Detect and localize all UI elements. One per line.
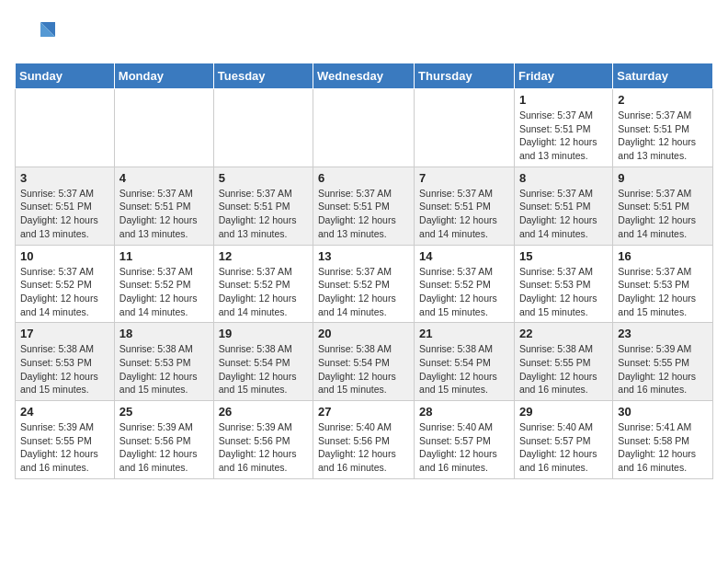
day-cell: 21Sunrise: 5:38 AM Sunset: 5:54 PM Dayli…: [415, 323, 515, 401]
day-cell: [313, 89, 415, 167]
day-cell: 22Sunrise: 5:38 AM Sunset: 5:55 PM Dayli…: [514, 323, 612, 401]
day-info: Sunrise: 5:39 AM Sunset: 5:56 PM Dayligh…: [119, 420, 209, 475]
day-cell: 17Sunrise: 5:38 AM Sunset: 5:53 PM Dayli…: [16, 323, 115, 401]
day-info: Sunrise: 5:37 AM Sunset: 5:51 PM Dayligh…: [519, 109, 608, 163]
day-info: Sunrise: 5:37 AM Sunset: 5:51 PM Dayligh…: [618, 109, 708, 163]
day-info: Sunrise: 5:37 AM Sunset: 5:52 PM Dayligh…: [119, 265, 209, 319]
day-number: 16: [618, 249, 708, 263]
day-info: Sunrise: 5:41 AM Sunset: 5:58 PM Dayligh…: [618, 420, 708, 475]
day-number: 13: [318, 249, 409, 263]
day-cell: 28Sunrise: 5:40 AM Sunset: 5:57 PM Dayli…: [415, 401, 515, 479]
day-number: 2: [618, 93, 708, 107]
day-info: Sunrise: 5:37 AM Sunset: 5:51 PM Dayligh…: [119, 187, 209, 241]
day-number: 28: [419, 405, 509, 419]
day-cell: 1Sunrise: 5:37 AM Sunset: 5:51 PM Daylig…: [514, 89, 612, 167]
day-info: Sunrise: 5:37 AM Sunset: 5:52 PM Dayligh…: [20, 265, 109, 319]
logo-icon: [15, 15, 55, 55]
day-info: Sunrise: 5:37 AM Sunset: 5:53 PM Dayligh…: [519, 265, 608, 319]
day-number: 6: [318, 171, 409, 185]
day-cell: 12Sunrise: 5:37 AM Sunset: 5:52 PM Dayli…: [213, 245, 313, 323]
day-number: 23: [618, 327, 708, 340]
day-info: Sunrise: 5:40 AM Sunset: 5:56 PM Dayligh…: [318, 420, 409, 475]
day-cell: 7Sunrise: 5:37 AM Sunset: 5:51 PM Daylig…: [415, 167, 515, 245]
header-day-monday: Monday: [114, 63, 213, 89]
header-day-friday: Friday: [514, 63, 612, 89]
day-info: Sunrise: 5:40 AM Sunset: 5:57 PM Dayligh…: [419, 420, 509, 475]
day-number: 22: [519, 327, 608, 340]
week-row-0: 1Sunrise: 5:37 AM Sunset: 5:51 PM Daylig…: [16, 89, 713, 167]
day-number: 15: [519, 249, 608, 263]
day-info: Sunrise: 5:37 AM Sunset: 5:52 PM Dayligh…: [419, 265, 509, 319]
day-number: 9: [618, 171, 708, 185]
day-cell: [213, 89, 313, 167]
day-cell: 24Sunrise: 5:39 AM Sunset: 5:55 PM Dayli…: [16, 401, 115, 479]
header-day-wednesday: Wednesday: [313, 63, 415, 89]
day-cell: 18Sunrise: 5:38 AM Sunset: 5:53 PM Dayli…: [114, 323, 213, 401]
day-info: Sunrise: 5:39 AM Sunset: 5:55 PM Dayligh…: [618, 342, 708, 396]
day-cell: 19Sunrise: 5:38 AM Sunset: 5:54 PM Dayli…: [213, 323, 313, 401]
day-info: Sunrise: 5:37 AM Sunset: 5:51 PM Dayligh…: [318, 187, 409, 241]
day-number: 14: [419, 249, 509, 263]
header-day-saturday: Saturday: [613, 63, 713, 89]
day-number: 25: [119, 405, 209, 419]
day-info: Sunrise: 5:40 AM Sunset: 5:57 PM Dayligh…: [519, 420, 608, 475]
day-info: Sunrise: 5:39 AM Sunset: 5:55 PM Dayligh…: [20, 420, 109, 475]
calendar-body: 1Sunrise: 5:37 AM Sunset: 5:51 PM Daylig…: [16, 89, 713, 479]
day-number: 10: [20, 249, 109, 263]
day-info: Sunrise: 5:37 AM Sunset: 5:52 PM Dayligh…: [219, 265, 308, 319]
day-cell: 26Sunrise: 5:39 AM Sunset: 5:56 PM Dayli…: [213, 401, 313, 479]
day-number: 21: [419, 327, 509, 340]
day-number: 1: [519, 93, 608, 107]
day-cell: 3Sunrise: 5:37 AM Sunset: 5:51 PM Daylig…: [16, 167, 115, 245]
day-info: Sunrise: 5:38 AM Sunset: 5:53 PM Dayligh…: [119, 342, 209, 396]
week-row-4: 24Sunrise: 5:39 AM Sunset: 5:55 PM Dayli…: [16, 401, 713, 479]
day-number: 3: [20, 171, 109, 185]
day-cell: 11Sunrise: 5:37 AM Sunset: 5:52 PM Dayli…: [114, 245, 213, 323]
day-info: Sunrise: 5:37 AM Sunset: 5:53 PM Dayligh…: [618, 265, 708, 319]
day-number: 19: [219, 327, 308, 340]
header-day-tuesday: Tuesday: [213, 63, 313, 89]
day-info: Sunrise: 5:38 AM Sunset: 5:54 PM Dayligh…: [219, 342, 308, 396]
day-cell: 4Sunrise: 5:37 AM Sunset: 5:51 PM Daylig…: [114, 167, 213, 245]
week-row-1: 3Sunrise: 5:37 AM Sunset: 5:51 PM Daylig…: [16, 167, 713, 245]
day-number: 11: [119, 249, 209, 263]
day-cell: 8Sunrise: 5:37 AM Sunset: 5:51 PM Daylig…: [514, 167, 612, 245]
day-cell: 6Sunrise: 5:37 AM Sunset: 5:51 PM Daylig…: [313, 167, 415, 245]
week-row-2: 10Sunrise: 5:37 AM Sunset: 5:52 PM Dayli…: [16, 245, 713, 323]
day-cell: 15Sunrise: 5:37 AM Sunset: 5:53 PM Dayli…: [514, 245, 612, 323]
week-row-3: 17Sunrise: 5:38 AM Sunset: 5:53 PM Dayli…: [16, 323, 713, 401]
day-info: Sunrise: 5:37 AM Sunset: 5:51 PM Dayligh…: [219, 187, 308, 241]
day-cell: [16, 89, 115, 167]
calendar-header: SundayMondayTuesdayWednesdayThursdayFrid…: [16, 63, 713, 89]
day-cell: 25Sunrise: 5:39 AM Sunset: 5:56 PM Dayli…: [114, 401, 213, 479]
day-number: 12: [219, 249, 308, 263]
day-number: 17: [20, 327, 109, 340]
day-number: 24: [20, 405, 109, 419]
day-number: 26: [219, 405, 308, 419]
day-number: 4: [119, 171, 209, 185]
day-cell: [415, 89, 515, 167]
day-cell: 20Sunrise: 5:38 AM Sunset: 5:54 PM Dayli…: [313, 323, 415, 401]
header-day-sunday: Sunday: [16, 63, 115, 89]
calendar-table: SundayMondayTuesdayWednesdayThursdayFrid…: [15, 63, 713, 479]
day-number: 18: [119, 327, 209, 340]
day-info: Sunrise: 5:38 AM Sunset: 5:54 PM Dayligh…: [419, 342, 509, 396]
day-cell: 13Sunrise: 5:37 AM Sunset: 5:52 PM Dayli…: [313, 245, 415, 323]
day-info: Sunrise: 5:37 AM Sunset: 5:51 PM Dayligh…: [519, 187, 608, 241]
day-info: Sunrise: 5:37 AM Sunset: 5:51 PM Dayligh…: [20, 187, 109, 241]
header-row: SundayMondayTuesdayWednesdayThursdayFrid…: [16, 63, 713, 89]
day-cell: 16Sunrise: 5:37 AM Sunset: 5:53 PM Dayli…: [613, 245, 713, 323]
day-info: Sunrise: 5:38 AM Sunset: 5:54 PM Dayligh…: [318, 342, 409, 396]
day-cell: 27Sunrise: 5:40 AM Sunset: 5:56 PM Dayli…: [313, 401, 415, 479]
day-cell: 10Sunrise: 5:37 AM Sunset: 5:52 PM Dayli…: [16, 245, 115, 323]
page-header: [15, 15, 713, 55]
day-info: Sunrise: 5:37 AM Sunset: 5:52 PM Dayligh…: [318, 265, 409, 319]
day-cell: 14Sunrise: 5:37 AM Sunset: 5:52 PM Dayli…: [415, 245, 515, 323]
day-number: 20: [318, 327, 409, 340]
day-number: 5: [219, 171, 308, 185]
day-cell: 23Sunrise: 5:39 AM Sunset: 5:55 PM Dayli…: [613, 323, 713, 401]
day-number: 29: [519, 405, 608, 419]
day-number: 27: [318, 405, 409, 419]
day-number: 7: [419, 171, 509, 185]
day-info: Sunrise: 5:38 AM Sunset: 5:53 PM Dayligh…: [20, 342, 109, 396]
